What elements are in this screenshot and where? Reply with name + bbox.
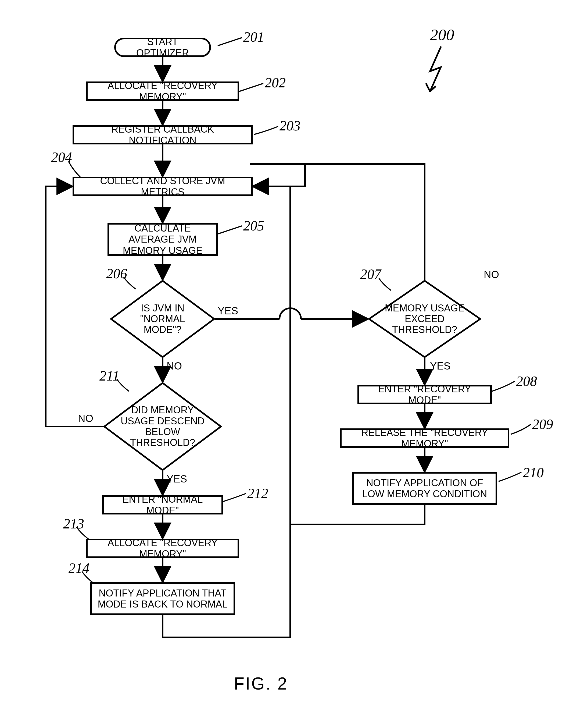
node-text: ENTER "NORMAL MODE" [107, 494, 218, 516]
ref-214: 214 [68, 560, 89, 576]
figure-caption: FIG. 2 [234, 674, 288, 694]
ref-204: 204 [51, 149, 72, 165]
edge-label-yes-207: YES [430, 360, 450, 372]
node-text: COLLECT AND STORE JVM METRICS [77, 175, 248, 198]
node-text: DID MEMORY USAGE DESCEND BELOW THRESHOLD… [120, 405, 205, 448]
ref-209: 209 [532, 416, 553, 432]
process-register-callback: REGISTER CALLBACK NOTIFICATION [73, 125, 253, 145]
node-text: RELEASE THE "RECOVERY MEMORY" [345, 427, 504, 449]
edge-label-no-207: NO [484, 269, 499, 281]
ref-208: 208 [516, 373, 537, 389]
node-text: IS JVM IN "NORMAL MODE"? [125, 303, 200, 335]
ref-205: 205 [243, 218, 264, 234]
node-text: MEMORY USAGE EXCEED THRESHOLD? [384, 303, 465, 335]
decision-memory-exceed-threshold: MEMORY USAGE EXCEED THRESHOLD? [368, 280, 481, 358]
ref-211: 211 [100, 368, 119, 384]
process-allocate-recovery-memory-1: ALLOCATE "RECOVERY MEMORY" [86, 81, 239, 101]
node-text: ALLOCATE "RECOVERY MEMORY" [91, 80, 234, 102]
node-text: NOTIFY APPLICATION OF LOW MEMORY CONDITI… [357, 477, 492, 500]
edge-label-yes-211: YES [167, 473, 187, 485]
ref-202: 202 [265, 75, 286, 90]
decision-is-jvm-normal-mode: IS JVM IN "NORMAL MODE"? [110, 280, 215, 358]
process-collect-store-jvm-metrics: COLLECT AND STORE JVM METRICS [73, 177, 253, 196]
flowchart-canvas: START OPTIMIZER 201 ALLOCATE "RECOVERY M… [0, 0, 584, 728]
ref-207: 207 [360, 266, 381, 282]
node-text: ENTER "RECOVERY MODE" [362, 384, 487, 406]
node-text: NOTIFY APPLICATION THAT MODE IS BACK TO … [95, 588, 230, 610]
ref-206: 206 [106, 266, 127, 282]
node-text: REGISTER CALLBACK NOTIFICATION [77, 124, 248, 146]
process-notify-low-memory: NOTIFY APPLICATION OF LOW MEMORY CONDITI… [352, 472, 497, 505]
decision-memory-descend-below-threshold: DID MEMORY USAGE DESCEND BELOW THRESHOLD… [104, 382, 222, 471]
ref-203: 203 [279, 118, 301, 134]
node-text: ALLOCATE "RECOVERY MEMORY" [91, 537, 234, 560]
process-release-recovery-memory: RELEASE THE "RECOVERY MEMORY" [340, 428, 509, 448]
connections-layer [0, 0, 584, 728]
ref-200: 200 [430, 26, 454, 44]
edge-label-no-206: NO [167, 360, 182, 372]
ref-213: 213 [63, 516, 84, 532]
edge-label-no-211: NO [78, 413, 93, 424]
process-notify-mode-normal: NOTIFY APPLICATION THAT MODE IS BACK TO … [90, 582, 235, 615]
edge-label-yes-206: YES [218, 305, 238, 317]
ref-201: 201 [243, 29, 264, 45]
ref-210: 210 [523, 465, 544, 480]
node-text: START OPTIMIZER [124, 36, 201, 59]
ref-212: 212 [247, 486, 268, 501]
process-enter-recovery-mode: ENTER "RECOVERY MODE" [357, 385, 492, 404]
process-enter-normal-mode: ENTER "NORMAL MODE" [102, 495, 223, 515]
terminator-start-optimizer: START OPTIMIZER [114, 38, 211, 57]
process-allocate-recovery-memory-2: ALLOCATE "RECOVERY MEMORY" [86, 539, 239, 558]
node-text: CALCULATE AVERAGE JVM MEMORY USAGE [112, 223, 213, 256]
process-calc-avg-jvm-memory: CALCULATE AVERAGE JVM MEMORY USAGE [108, 223, 218, 256]
